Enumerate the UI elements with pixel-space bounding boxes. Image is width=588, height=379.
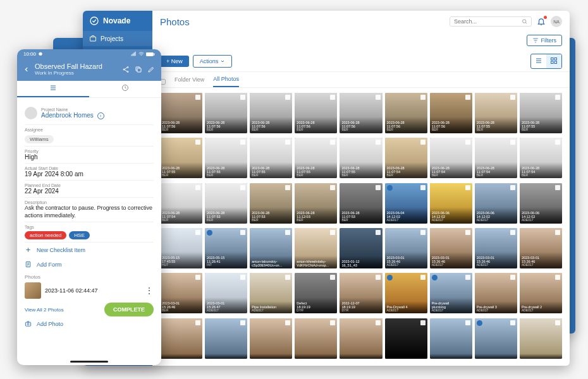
photo-card[interactable]: 2023-06-2811:07:54BER [160,183,202,224]
notifications-button[interactable] [537,17,546,26]
photo-checkbox[interactable] [195,320,200,325]
photo-card[interactable]: 2023-03-0115:26:46ADE017 [520,228,562,268]
photo-checkbox[interactable] [465,95,470,100]
photo-checkbox[interactable] [555,140,560,145]
photo-card[interactable]: 2023-06-2811:07:55BER [295,138,337,178]
photo-checkbox[interactable] [195,275,200,280]
photo-card[interactable]: 2023-06-2811:07:56BER [430,93,472,133]
edit-icon[interactable] [147,66,155,73]
photo-card[interactable]: 2023-03-0115:26:46ADE017 [385,228,427,268]
photo-card[interactable]: 2023-06-0414:12:02ADE017 [385,183,427,224]
photo-checkbox[interactable] [240,275,245,280]
photo-card[interactable]: Pre-drywall 2ADE017 [520,273,562,313]
photo-checkbox[interactable] [420,230,426,235]
photo-checkbox[interactable] [376,140,381,145]
photo-row[interactable]: 2023-11-06 02:44:47 ⋮ [25,280,154,301]
photo-card[interactable] [385,318,427,359]
photo-card[interactable]: 2023-06-2811:07:53BER [250,183,292,224]
photo-card[interactable] [295,318,337,359]
photo-card[interactable]: 2023-06-2811:07:54BER [430,138,472,178]
photo-card[interactable]: 2023-05-1511:26:41INT [205,228,247,268]
photo-card[interactable]: 2023-06-2811:07:55BER [250,138,292,178]
photo-card[interactable] [250,318,292,359]
photo-card[interactable]: 2023-06-2811:07:56BER [160,93,202,133]
photo-card[interactable]: 2023-03-0115:26:46ADE017 [430,228,472,268]
photo-checkbox[interactable] [285,275,290,280]
photo-checkbox[interactable] [510,320,515,325]
photo-card[interactable]: 2023-06-2811:07:56BER [385,93,427,133]
photo-card[interactable] [205,318,247,359]
photo-card[interactable]: 2023-06-2811:07:55BER [160,138,202,178]
photo-card[interactable]: 2023-06-2811:07:56BER [340,93,382,133]
photo-card[interactable]: 2023-03-0115:26:46ADE017 [475,228,517,268]
photo-checkbox[interactable] [240,140,245,145]
actions-button[interactable]: Actions [193,55,233,68]
search-input[interactable] [454,18,522,25]
project-value[interactable]: Adenbrook Homes › [41,112,104,119]
photo-card[interactable]: 2023-06-2811:07:54BER [385,138,427,178]
photo-checkbox[interactable] [510,275,515,280]
photo-checkbox[interactable] [330,320,335,325]
back-icon[interactable] [23,66,30,73]
photo-checkbox[interactable] [420,320,426,325]
photo-card[interactable]: Pipe InstallationADE017 [250,273,292,313]
tag-hse[interactable]: HSE [69,231,89,239]
tab-details[interactable] [17,81,89,97]
photo-card[interactable]: 2023-06-0614:12:02ADE017 [475,183,517,224]
more-icon[interactable]: ⋮ [145,289,154,293]
add-checklist-button[interactable]: New Checklist Item [25,243,154,257]
photo-card[interactable]: 2023-06-2811:07:55BER [475,93,517,133]
photo-checkbox[interactable] [240,320,245,325]
tab-folder-view[interactable]: Folder View [175,76,204,87]
photo-checkbox[interactable] [285,140,290,145]
photo-card[interactable]: Pre-Drywall 4ADE017 [385,273,427,313]
add-form-button[interactable]: Add Form [25,257,154,272]
photo-checkbox[interactable] [195,185,200,190]
photo-checkbox[interactable] [555,320,560,325]
photo-card[interactable] [475,318,517,359]
photo-checkbox[interactable] [376,320,381,325]
photo-card[interactable]: 2022-12-0718:19:19DYR [340,273,382,313]
photo-checkbox[interactable] [420,140,426,145]
photo-checkbox[interactable] [285,185,290,190]
photo-card[interactable]: anton-labunskiy-cSp30E940Uu-un... [250,228,292,268]
photo-checkbox[interactable] [465,185,470,190]
tag-action-needed[interactable]: action needed [25,231,66,239]
photo-card[interactable]: 2023-01-1216_51_43 [340,228,382,268]
search-input-wrapper[interactable] [450,16,532,27]
avatar[interactable]: NA [551,16,562,27]
photo-card[interactable]: Defect18:19:19DYR [295,273,337,313]
photo-card[interactable]: 2023-06-2811:07:54BER [520,138,562,178]
assignee-chip[interactable]: Williams [25,135,54,143]
photo-card[interactable] [430,318,472,359]
photo-checkbox[interactable] [465,275,470,280]
photo-card[interactable]: 2023-06-2811:12:03BER [295,183,337,224]
photo-checkbox[interactable] [555,185,560,190]
photo-checkbox[interactable] [376,95,381,100]
photo-card[interactable]: anton-khmelnitsky-VdKHzChtAd-unsp... [295,228,337,268]
photo-checkbox[interactable] [240,185,245,190]
photo-card[interactable]: Pre-drywallplumbingADE017 [430,273,472,313]
photo-card[interactable]: 2023-06-2811:07:55BER [205,138,247,178]
copy-icon[interactable] [135,66,142,73]
photo-card[interactable]: Pre-drywall 3ADE017 [475,273,517,313]
photo-checkbox[interactable] [510,230,515,235]
photo-checkbox[interactable] [555,275,560,280]
photo-checkbox[interactable] [330,95,335,100]
photo-checkbox[interactable] [465,140,470,145]
photo-checkbox[interactable] [285,95,290,100]
photo-checkbox[interactable] [330,275,335,280]
photo-card[interactable]: 2023-06-2811:07:56BER [250,93,292,133]
photo-card[interactable]: 2023-06-2811:07:53BER [205,183,247,224]
photo-checkbox[interactable] [195,95,200,100]
photo-checkbox[interactable] [420,95,426,100]
photo-checkbox[interactable] [195,230,200,235]
photo-checkbox[interactable] [420,185,426,190]
photo-checkbox[interactable] [510,140,515,145]
complete-button[interactable]: COMPLETE [104,303,154,316]
add-photo-button[interactable]: Add Photo [25,316,154,331]
photo-checkbox[interactable] [330,140,335,145]
photo-checkbox[interactable] [330,230,335,235]
photo-checkbox[interactable] [376,230,381,235]
photo-card[interactable]: 2023-06-2811:07:56BER [205,93,247,133]
